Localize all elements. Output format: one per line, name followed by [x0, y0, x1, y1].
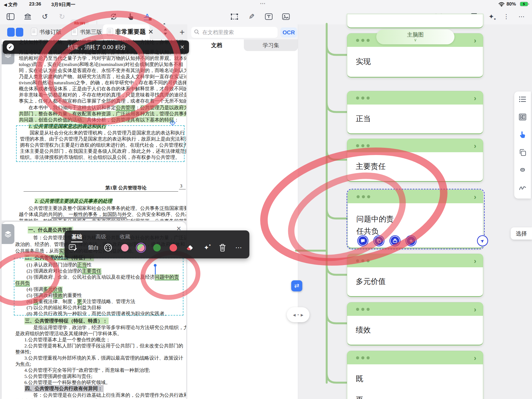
chevron-right-icon[interactable]: ›: [474, 354, 476, 362]
excerpt-dashed-box[interactable]: [16, 125, 185, 162]
text-run: 事实上，任何人都不能宣称自己掌握了全部的真理，或者存在着一个无所不知的观察者。: [19, 98, 186, 104]
clock: 23:36: [29, 1, 41, 7]
tab-book-revised[interactable]: 书修订版: [31, 24, 62, 39]
chevron-right-icon[interactable]: ›: [474, 36, 476, 45]
text-run: 越个体成员的共同的、 一般性的事务，如国防与外交、公共安全和秩序、公共基础设施、: [19, 212, 186, 217]
mindmap-root-pill[interactable]: 主脑图 ∨: [376, 29, 454, 44]
mindmap-card[interactable]: ›绩效: [347, 302, 483, 345]
swap-panels-button[interactable]: ⇄: [291, 280, 302, 291]
popup-tab-advanced[interactable]: 高级: [96, 233, 106, 240]
redo-icon[interactable]: ↻: [57, 11, 68, 22]
navigate-to-excerpt-icon[interactable]: [478, 236, 487, 246]
sync-icon[interactable]: [108, 11, 119, 22]
cards-stack-icon[interactable]: [390, 236, 400, 246]
card-body: 主要责任: [356, 152, 480, 180]
sidebar-toggle-icon[interactable]: [5, 11, 16, 22]
card-header[interactable]: [347, 254, 483, 267]
tab-label: 书第三版: [80, 28, 102, 36]
page-nav-pill[interactable]: ◂ • ▸: [287, 307, 310, 322]
back-to-files-button[interactable]: ◀ 文件: [4, 1, 18, 8]
search-box[interactable]: [191, 27, 278, 38]
excerpt-highlight[interactable]: 公共管理具有以下基本的特征: [111, 117, 174, 123]
card-header[interactable]: [347, 91, 483, 105]
selection-marquee-icon[interactable]: [229, 11, 240, 22]
chevron-right-icon[interactable]: ›: [474, 142, 476, 150]
excerpt-highlight[interactable]: 公共管理乃是以政府为核: [140, 105, 186, 110]
excerpt-dashed-box-2[interactable]: [14, 258, 183, 316]
library-icon[interactable]: [22, 11, 33, 22]
document-text-line: 概念体系或者假设体系，正是由于人们在各自的体系中解释世界，才导致不同的观点。这: [19, 86, 186, 92]
swatch-red[interactable]: [169, 243, 177, 252]
layers-handle-icon-2[interactable]: [2, 224, 14, 244]
hand-tool-icon[interactable]: [125, 11, 136, 22]
card-label: 实现: [356, 55, 480, 68]
eraser-icon[interactable]: [186, 243, 194, 252]
layout-frames-icon[interactable]: [518, 113, 527, 121]
text-run: 坦的相对论乃至当代之量子力学，均对宇宙万物的认知持不同的世界观。就本体论(on-: [19, 55, 186, 61]
excerpt-highlight[interactable]: 公共管理: [116, 105, 135, 111]
card-dot-icon: [356, 39, 359, 42]
tab-book-third-edition[interactable]: 书第三版: [71, 24, 102, 39]
close-tab-icon[interactable]: ✕: [148, 28, 154, 36]
image-tool-icon[interactable]: [280, 11, 291, 22]
excerpt-highlight[interactable]: 共问题，创造公共价值的活动。: [19, 117, 87, 123]
swatch-green-pink-selected[interactable]: [137, 243, 145, 252]
notification-toast[interactable]: ✓ 结束，消耗了 0.00 积分 ✕: [3, 40, 189, 54]
ai-beautify-icon[interactable]: ✦✦: [202, 243, 211, 252]
tab-important-questions-active[interactable]: 非常重要题: [103, 24, 150, 39]
text-cursor-pin[interactable]: [155, 266, 156, 275]
popup-tab-basic[interactable]: 基础: [71, 233, 82, 240]
add-tab-icon[interactable]: ＋: [178, 26, 186, 38]
tab-document[interactable]: 文档: [211, 42, 222, 49]
split-view-icon[interactable]: [7, 28, 23, 38]
ai-sparkle-icon[interactable]: [406, 236, 416, 246]
highlight-tool-active-icon[interactable]: A: [143, 11, 151, 21]
duplicate-icon[interactable]: [518, 148, 527, 157]
ocr-button[interactable]: OCR: [280, 27, 297, 37]
pen-tool-icon[interactable]: ✎: [246, 11, 257, 22]
popup-more-icon[interactable]: ⋯: [234, 243, 243, 252]
undo-icon[interactable]: ↺: [39, 11, 50, 22]
blank-margin-button[interactable]: 留白: [85, 243, 102, 252]
color-palette-icon[interactable]: [104, 243, 112, 252]
card-dot-icon: [367, 96, 370, 100]
chevron-right-icon[interactable]: ›: [474, 257, 476, 265]
horizontal-scrollbar[interactable]: [51, 217, 127, 219]
excerpt-highlight[interactable]: 共部门，整合各种力量，有效配置各种资源，广泛运用各种方法，管理公共事务，解决公: [19, 111, 186, 116]
mindmap-card[interactable]: ›多元价值: [347, 254, 483, 297]
scribble-icon[interactable]: [518, 184, 527, 192]
ai-sparkle-icon[interactable]: ✦✦: [486, 11, 497, 22]
comment-note-icon[interactable]: [69, 243, 77, 252]
card-header[interactable]: [347, 139, 483, 152]
document-text-line: 同，实在论认为社会实体是客观存在、永恒不变并有其法则的，而唯名论则认为社会实体: [19, 67, 186, 73]
swatch-green[interactable]: [153, 243, 161, 252]
duplicate-icon[interactable]: [374, 236, 384, 246]
chevron-right-icon[interactable]: ›: [474, 305, 476, 314]
mindmap-card[interactable]: ›既更: [347, 351, 483, 399]
mindmap-card-partial[interactable]: [347, 14, 483, 28]
mindmap-card[interactable]: ›主要责任: [347, 139, 483, 182]
more-horizontal-icon[interactable]: ⋯: [516, 11, 527, 22]
card-header[interactable]: [347, 303, 483, 316]
more-vertical-icon[interactable]: ⋮: [501, 11, 512, 22]
dismiss-notification-icon[interactable]: ✕: [180, 44, 185, 50]
text-box-tool-icon[interactable]: [263, 11, 274, 22]
nav-right-icon: ▸: [301, 312, 303, 318]
excerpt-highlight[interactable]: 2. 公共管理主要涉及公共事务的处理: [35, 198, 112, 204]
outline-list-icon[interactable]: [518, 95, 527, 104]
select-mode-button[interactable]: 选择: [511, 227, 532, 240]
chevron-right-icon[interactable]: ›: [474, 94, 476, 103]
text-run: 四、公共管理与公共行政有何异同：: [24, 385, 104, 392]
comment-icon[interactable]: [358, 236, 368, 246]
card-header[interactable]: [347, 351, 483, 364]
swatch-pink[interactable]: [121, 243, 129, 252]
hand-select-active-icon[interactable]: [518, 130, 527, 139]
tab-study-set-label[interactable]: 学习集: [263, 42, 279, 49]
search-input[interactable]: [202, 29, 275, 36]
link-icon[interactable]: [518, 166, 527, 175]
popup-tab-favorites[interactable]: 收藏: [120, 233, 130, 240]
focus-target-icon[interactable]: [169, 119, 176, 128]
tab-sort-icon[interactable]: [162, 27, 168, 37]
trash-icon[interactable]: [218, 243, 227, 252]
mindmap-card[interactable]: ›正当: [347, 91, 483, 134]
